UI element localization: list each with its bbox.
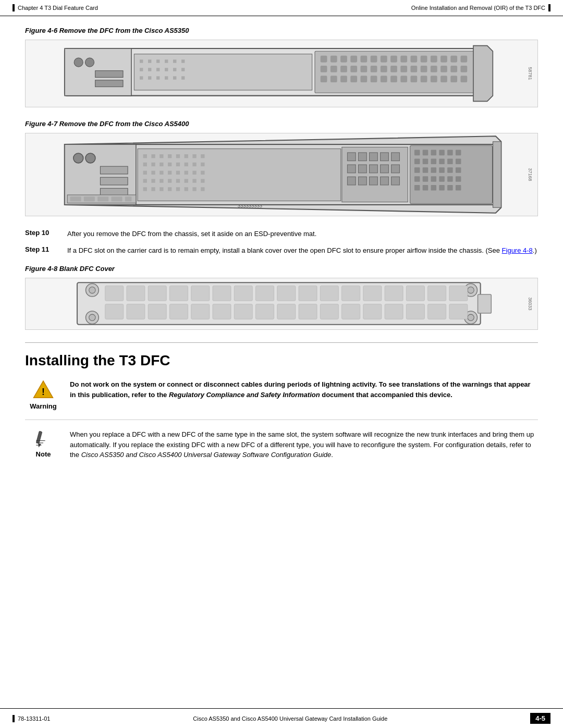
svg-rect-119 [192,187,196,191]
svg-rect-84 [168,154,172,158]
svg-rect-167 [456,185,461,191]
svg-rect-134 [370,177,378,185]
svg-rect-105 [143,179,147,182]
svg-rect-110 [185,179,188,182]
svg-rect-170 [84,196,95,201]
svg-rect-5 [95,80,123,87]
svg-rect-69 [440,76,447,82]
svg-rect-135 [381,177,389,185]
figure-8-box: 36033 [25,278,538,330]
svg-rect-30 [350,56,357,63]
warning-text-bold: Do not work on the system or connect or … [70,380,531,399]
svg-rect-107 [160,179,163,182]
svg-rect-104 [201,171,204,175]
svg-rect-82 [151,154,155,158]
figure-8-number: 36033 [527,297,532,310]
svg-rect-196 [363,286,382,301]
svg-rect-131 [391,165,400,173]
svg-rect-83 [160,154,163,158]
svg-rect-125 [381,153,389,161]
svg-rect-191 [255,286,274,301]
svg-rect-85 [176,154,180,158]
svg-rect-95 [192,163,196,166]
svg-rect-27 [321,56,327,63]
svg-rect-158 [431,176,437,182]
svg-point-179 [468,287,474,293]
svg-rect-221 [36,431,42,443]
note-text: When you replace a DFC with a new DFC of… [70,429,538,460]
svg-rect-172 [111,196,122,201]
page-header: Chapter 4 T3 Dial Feature Card Online In… [0,0,563,16]
svg-rect-96 [201,163,204,166]
svg-rect-23 [165,76,168,79]
svg-rect-56 [460,66,467,72]
svg-rect-42 [321,66,327,72]
svg-rect-155 [456,167,461,173]
section-heading: Installing the T3 DFC [25,352,538,369]
warning-text: Do not work on the system or connect or … [70,379,538,400]
svg-rect-45 [350,66,357,72]
svg-rect-154 [447,167,453,173]
svg-rect-11 [165,59,168,63]
svg-rect-193 [299,286,317,301]
svg-rect-106 [151,179,155,182]
svg-rect-17 [165,68,168,71]
svg-rect-48 [381,66,387,72]
svg-rect-211 [320,304,338,319]
warning-text-italic: Regulatory Compliance and Safety Informa… [169,391,320,399]
warning-icon-label: ! Warning [25,379,62,410]
svg-rect-93 [176,163,180,166]
svg-rect-86 [185,154,188,158]
svg-rect-160 [447,176,453,182]
svg-rect-10 [156,59,160,63]
figure-6-box: 58781 [25,40,538,107]
step-10-text: After you remove the DFC from the chassi… [67,229,538,239]
svg-rect-185 [127,286,145,301]
note-text-italic: Cisco AS5350 and Cisco AS5400 Universal … [81,451,332,459]
svg-rect-71 [460,76,467,82]
svg-rect-113 [143,187,147,191]
svg-rect-76 [100,166,128,174]
svg-rect-204 [169,304,188,319]
svg-rect-194 [320,286,338,301]
svg-rect-213 [363,304,382,319]
svg-rect-20 [140,76,143,79]
svg-rect-205 [191,304,210,319]
figure-8-link[interactable]: Figure 4-8 [502,246,533,254]
svg-rect-169 [70,196,81,201]
svg-rect-216 [428,304,446,319]
svg-rect-162 [414,185,420,191]
step-10-row: Step 10 After you remove the DFC from th… [25,229,538,239]
svg-rect-184 [105,286,124,301]
figure-8-svg [26,278,537,329]
svg-rect-116 [168,187,172,191]
svg-rect-43 [331,66,337,72]
svg-rect-128 [358,165,366,173]
svg-rect-130 [381,165,389,173]
svg-rect-100 [168,171,172,175]
svg-rect-98 [151,171,155,175]
svg-point-177 [89,287,95,293]
svg-rect-164 [431,185,437,191]
note-icon-label: Note [25,429,62,458]
svg-rect-60 [350,76,357,82]
svg-rect-142 [447,150,453,156]
svg-rect-57 [321,76,327,82]
svg-rect-35 [400,56,407,63]
step-11-label: Step 11 [25,245,59,253]
header-section: Online Installation and Removal (OIR) of… [411,5,545,11]
svg-rect-115 [160,187,163,191]
svg-rect-159 [439,176,445,182]
figure-6-caption: Figure 4-6 Remove the DFC from the Cisco… [25,27,538,34]
svg-rect-41 [460,56,467,63]
svg-rect-9 [148,59,151,63]
svg-rect-122 [347,153,356,161]
svg-rect-123 [358,153,366,161]
svg-rect-15 [148,68,151,71]
svg-point-74 [74,153,83,163]
svg-rect-65 [400,76,407,82]
svg-rect-145 [423,158,429,164]
svg-rect-18 [173,68,176,71]
svg-text:333333333: 333333333 [238,203,262,208]
svg-rect-12 [173,59,176,63]
